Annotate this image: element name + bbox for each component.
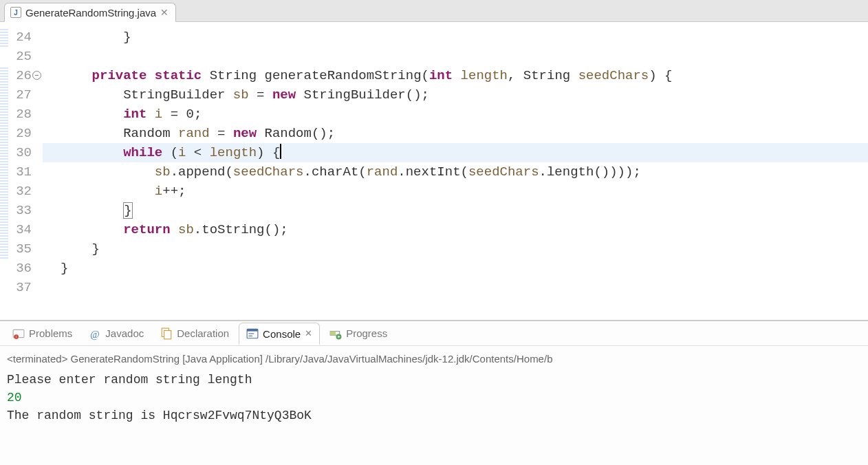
change-marker — [0, 66, 8, 85]
change-marker — [0, 28, 8, 47]
bottom-tabbar: ! Problems @ Javadoc Declaration — [0, 321, 868, 346]
line-number: 24 — [0, 28, 40, 47]
code-line[interactable]: private static String generateRandomStri… — [43, 66, 868, 85]
tab-javadoc[interactable]: @ Javadoc — [82, 325, 151, 343]
editor-tabbar: GenerateRandomString.java ✕ — [0, 0, 868, 22]
line-number: 37 — [0, 278, 40, 297]
console-input-line: 20 — [7, 389, 861, 407]
tab-console[interactable]: Console ✕ — [239, 323, 320, 345]
java-file-icon — [10, 7, 21, 18]
svg-rect-7 — [247, 329, 258, 331]
line-number: 33 — [0, 201, 40, 220]
close-icon[interactable]: ✕ — [305, 328, 312, 339]
console-output-line: The random string is Hqcrsw2Fvwq7NtyQ3Bo… — [7, 407, 861, 424]
code-line[interactable]: StringBuilder sb = new StringBuilder(); — [43, 85, 868, 105]
svg-text:@: @ — [91, 328, 100, 339]
progress-icon — [329, 327, 342, 340]
code-line[interactable]: while (i < length) { — [43, 143, 868, 162]
code-line[interactable]: } — [43, 259, 868, 278]
console-status: <terminated> GenerateRandomString [Java … — [7, 350, 861, 368]
code-line[interactable]: } — [43, 201, 868, 220]
bottom-panel: ! Problems @ Javadoc Declaration — [0, 321, 868, 465]
line-number: 34 — [0, 220, 40, 239]
code-editor[interactable]: 2425262728293031323334353637 } private s… — [0, 22, 868, 321]
code-line[interactable] — [43, 47, 868, 66]
close-icon[interactable]: ✕ — [160, 7, 169, 19]
change-marker — [0, 201, 8, 220]
editor-tab[interactable]: GenerateRandomString.java ✕ — [4, 3, 176, 22]
line-number: 29 — [0, 124, 40, 143]
line-number: 30 — [0, 143, 40, 162]
code-line[interactable]: } — [43, 239, 868, 259]
console-icon — [246, 327, 259, 340]
tab-declaration[interactable]: Declaration — [153, 325, 236, 343]
change-marker — [0, 239, 8, 259]
console-output-line: Please enter random string length — [7, 371, 861, 389]
console-body[interactable]: <terminated> GenerateRandomString [Java … — [0, 346, 868, 465]
change-marker — [0, 105, 8, 124]
javadoc-icon: @ — [89, 327, 101, 340]
line-number: 26 — [0, 66, 40, 85]
problems-icon: ! — [12, 327, 25, 340]
tab-label: Console — [263, 328, 301, 340]
code-line[interactable]: int i = 0; — [43, 105, 868, 124]
svg-rect-5 — [164, 330, 171, 338]
tab-label: Declaration — [177, 327, 229, 339]
line-number: 36 — [0, 259, 40, 278]
change-marker — [0, 124, 8, 143]
code-line[interactable]: } — [43, 28, 868, 47]
line-number: 32 — [0, 182, 40, 201]
change-marker — [0, 85, 8, 105]
declaration-icon — [160, 327, 173, 340]
line-number: 25 — [0, 47, 40, 66]
code-line[interactable]: Random rand = new Random(); — [43, 124, 868, 143]
line-number: 35 — [0, 239, 40, 259]
tab-label: Javadoc — [105, 327, 144, 339]
code-line[interactable]: i++; — [43, 182, 868, 201]
code-content[interactable]: } private static String generateRandomSt… — [43, 28, 868, 320]
line-number: 31 — [0, 162, 40, 182]
svg-rect-11 — [330, 331, 336, 335]
tab-progress[interactable]: Progress — [323, 325, 394, 343]
code-line[interactable]: sb.append(seedChars.charAt(rand.nextInt(… — [43, 162, 868, 182]
line-number: 28 — [0, 105, 40, 124]
line-number: 27 — [0, 85, 40, 105]
tab-problems[interactable]: ! Problems — [6, 325, 79, 343]
code-line[interactable] — [43, 278, 868, 297]
tab-label: Problems — [29, 327, 72, 339]
change-marker — [0, 220, 8, 239]
code-line[interactable]: return sb.toString(); — [43, 220, 868, 239]
console-output: Please enter random string length20The r… — [7, 371, 861, 424]
tab-label: Progress — [346, 327, 387, 339]
editor-tab-label: GenerateRandomString.java — [25, 7, 156, 19]
fold-toggle-icon[interactable] — [32, 71, 41, 80]
line-gutter: 2425262728293031323334353637 — [0, 28, 43, 320]
change-marker — [0, 182, 8, 201]
change-marker — [0, 162, 8, 182]
change-marker — [0, 143, 8, 162]
